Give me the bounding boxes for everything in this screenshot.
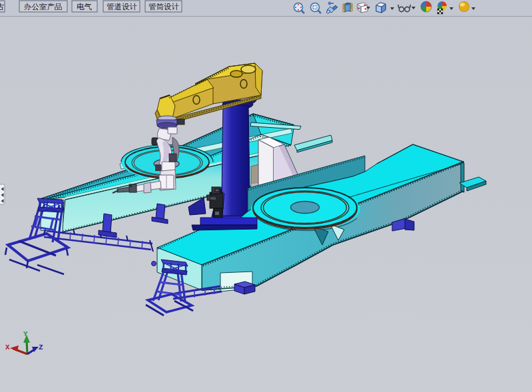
svg-text:电气: 电气 [77, 3, 92, 11]
svg-text:办公室产品: 办公室产品 [24, 3, 63, 11]
svg-text:Z: Z [39, 343, 43, 351]
svg-text:X: X [5, 343, 10, 351]
svg-text:管筒设计: 管筒设计 [148, 3, 180, 11]
svg-text:Y: Y [23, 330, 28, 338]
svg-text:古: 古 [0, 3, 5, 11]
svg-text:管道设计: 管道设计 [107, 3, 138, 11]
